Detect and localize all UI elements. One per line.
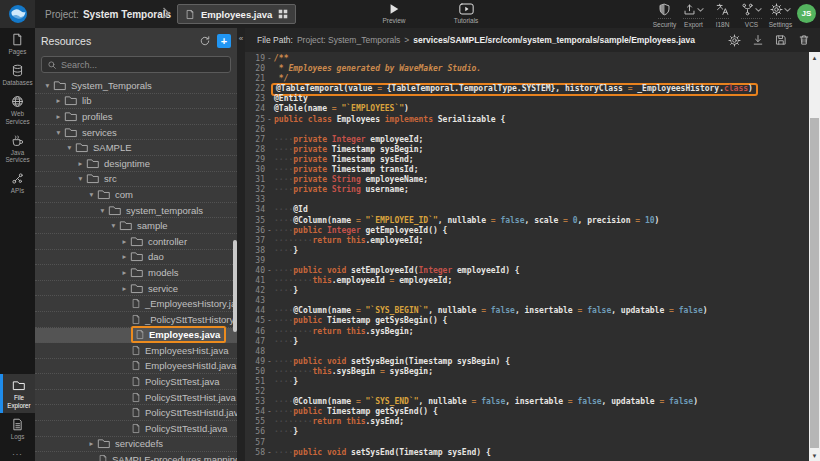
tree-expand-arrow-icon[interactable]: ▾ <box>53 128 64 137</box>
caret-down-icon[interactable] <box>697 7 704 13</box>
tree-row[interactable]: EmployeesHist.java <box>35 343 237 359</box>
sidebar-item-pages[interactable]: Pages <box>0 28 35 59</box>
code-line[interactable]: 38····} <box>245 246 809 256</box>
tree-row[interactable]: ▸service <box>35 281 237 297</box>
sidebar-item-java-services[interactable]: Java Services <box>0 129 35 167</box>
tree-collapse-arrow-icon[interactable]: ▸ <box>119 268 130 277</box>
code-line[interactable]: 50········this.sysBegin = sysBegin; <box>245 367 809 377</box>
tree-row[interactable]: ▸lib <box>35 94 237 110</box>
code-line[interactable]: 32····private String username; <box>245 185 809 195</box>
code-line[interactable]: 44····@Column(name = "`SYS_BEGIN`", null… <box>245 306 809 316</box>
tree-row[interactable]: PolicySttTestHist.java <box>35 390 237 406</box>
rail-more-button[interactable]: ... <box>0 444 35 461</box>
topbar-settings-button[interactable]: Settings <box>766 3 795 28</box>
tree-collapse-arrow-icon[interactable]: ▸ <box>119 237 130 246</box>
tree-collapse-arrow-icon[interactable]: ▸ <box>53 112 64 121</box>
add-resource-button[interactable]: + <box>217 34 231 48</box>
caret-down-icon[interactable] <box>755 7 762 13</box>
project-breadcrumb[interactable]: Project: System Temporals <box>45 0 171 28</box>
code-line[interactable]: 27····private Integer employeeId; <box>245 135 809 145</box>
sidebar-item-apis[interactable]: APIs <box>0 167 35 198</box>
code-line[interactable]: 28····private Timestamp sysBegin; <box>245 145 809 155</box>
code-line[interactable]: 45-····public Timestamp getSysBegin() { <box>245 316 809 326</box>
topbar-vcs-button[interactable]: VCS <box>737 3 766 28</box>
tree-expand-arrow-icon[interactable]: ▾ <box>97 206 108 215</box>
tree-collapse-arrow-icon[interactable]: ▸ <box>86 439 97 448</box>
app-logo[interactable] <box>0 0 35 28</box>
tree-row[interactable]: ▸servicedefs <box>35 437 237 453</box>
topbar-i18n-button[interactable]: I18N <box>708 3 737 28</box>
open-file-tab[interactable]: Employees.java <box>177 4 296 24</box>
avatar[interactable]: JS <box>797 4 816 23</box>
fold-marker[interactable]: - <box>265 407 274 417</box>
code-line[interactable]: 30····private Timestamp transId; <box>245 165 809 175</box>
tree-row[interactable]: ▾system_temporals <box>35 203 237 219</box>
code-line[interactable]: 25-public class Employees implements Ser… <box>245 115 809 125</box>
fold-marker[interactable]: - <box>265 115 274 125</box>
scroll-down-arrow-icon[interactable]: ▼ <box>809 450 820 461</box>
code-line[interactable]: 49-····public void setSysBegin(Timestamp… <box>245 357 809 367</box>
tree-collapse-arrow-icon[interactable]: ▸ <box>75 159 86 168</box>
code-line[interactable]: 43 <box>245 296 809 306</box>
editor-scrollbar[interactable]: ▲ ▼ <box>809 52 820 461</box>
code-line[interactable]: 20 * Employees generated by WaveMaker St… <box>245 64 809 74</box>
tree-expand-arrow-icon[interactable]: ▾ <box>108 221 119 230</box>
code-line[interactable]: 37········return this.employeeId; <box>245 236 809 246</box>
tree-expand-arrow-icon[interactable]: ▾ <box>64 143 75 152</box>
tree-scrollbar-thumb[interactable] <box>233 240 237 332</box>
code-line[interactable]: 35····@Column(name = "`EMPLOYEE_ID`", nu… <box>245 216 809 226</box>
tree-collapse-arrow-icon[interactable]: ▸ <box>119 252 130 261</box>
code-line[interactable]: 56····} <box>245 427 809 437</box>
topbar-export-button[interactable]: Export <box>679 3 708 28</box>
topbar-tutorials-button[interactable]: Tutorials <box>444 3 488 24</box>
scroll-up-arrow-icon[interactable]: ▲ <box>809 52 820 63</box>
code-line[interactable]: 24@Table(name = "`EMPLOYEES`") <box>245 104 809 114</box>
code-line[interactable]: 39 <box>245 256 809 266</box>
tree-row[interactable]: ▾System_Temporals <box>35 78 237 94</box>
code-line[interactable]: 36-····public Integer getEmployeeId() { <box>245 226 809 236</box>
tree-row[interactable]: ▸profiles <box>35 109 237 125</box>
fold-marker[interactable]: - <box>265 448 274 458</box>
code-line[interactable]: 52 <box>245 387 809 397</box>
editor-settings-gear-icon[interactable] <box>728 34 741 47</box>
tree-row[interactable]: ▾services <box>35 125 237 141</box>
code-line[interactable]: 46········return this.sysBegin; <box>245 327 809 337</box>
sidebar-item-file-explorer[interactable]: File Explorer <box>0 374 35 412</box>
code-line[interactable]: 33 <box>245 195 809 205</box>
code-line[interactable]: 23@Entity <box>245 94 809 104</box>
tree-expand-arrow-icon[interactable]: ▾ <box>42 81 53 90</box>
tree-collapse-arrow-icon[interactable]: ▸ <box>53 96 64 105</box>
save-file-icon[interactable] <box>775 34 787 46</box>
tree-row[interactable]: _PolicySttTestHistory.java <box>35 312 237 328</box>
grid-icon[interactable] <box>278 9 288 19</box>
sidebar-item-logs[interactable]: Logs <box>0 413 35 444</box>
caret-down-icon[interactable] <box>784 7 791 13</box>
code-line[interactable]: 51····} <box>245 377 809 387</box>
fold-marker[interactable]: - <box>265 226 274 236</box>
fold-marker[interactable]: - <box>265 357 274 367</box>
tree-row[interactable]: ▾SAMPLE <box>35 140 237 156</box>
download-file-icon[interactable] <box>752 34 764 46</box>
code-line[interactable]: 54-····public Timestamp getSysEnd() { <box>245 407 809 417</box>
code-line[interactable]: 42····} <box>245 286 809 296</box>
code-line[interactable]: 57 <box>245 438 809 448</box>
tree-row[interactable]: SAMPLE-procedures.mappings.json <box>35 452 237 461</box>
tree-expand-arrow-icon[interactable]: ▾ <box>86 190 97 199</box>
tree-row[interactable]: ▸controller <box>35 234 237 250</box>
delete-file-icon[interactable] <box>798 34 810 46</box>
code-line[interactable]: 22@TableTemporal(value = {TableTemporal.… <box>245 84 809 94</box>
tree-row[interactable]: PolicySttTest.java <box>35 374 237 390</box>
code-line[interactable]: 40-····public void setEmployeeId(Integer… <box>245 266 809 276</box>
topbar-security-button[interactable]: Security <box>650 3 679 28</box>
tree-row[interactable]: ▾com <box>35 187 237 203</box>
code-line[interactable]: 55········return this.sysEnd; <box>245 417 809 427</box>
fold-marker[interactable]: - <box>265 54 274 64</box>
tree-row[interactable]: EmployeesHistId.java <box>35 359 237 375</box>
tree-row[interactable]: PolicySttTestHistId.java <box>35 405 237 421</box>
code-line[interactable]: 19-/** <box>245 54 809 64</box>
code-line[interactable]: 58-····public void setSysEnd(Timestamp s… <box>245 448 809 458</box>
topbar-preview-button[interactable]: Preview <box>372 3 416 24</box>
collapse-panel-icon[interactable]: « <box>237 34 245 43</box>
tree-row[interactable]: PolicySttTestId.java <box>35 421 237 437</box>
code-line[interactable]: 41········this.employeeId = employeeId; <box>245 276 809 286</box>
